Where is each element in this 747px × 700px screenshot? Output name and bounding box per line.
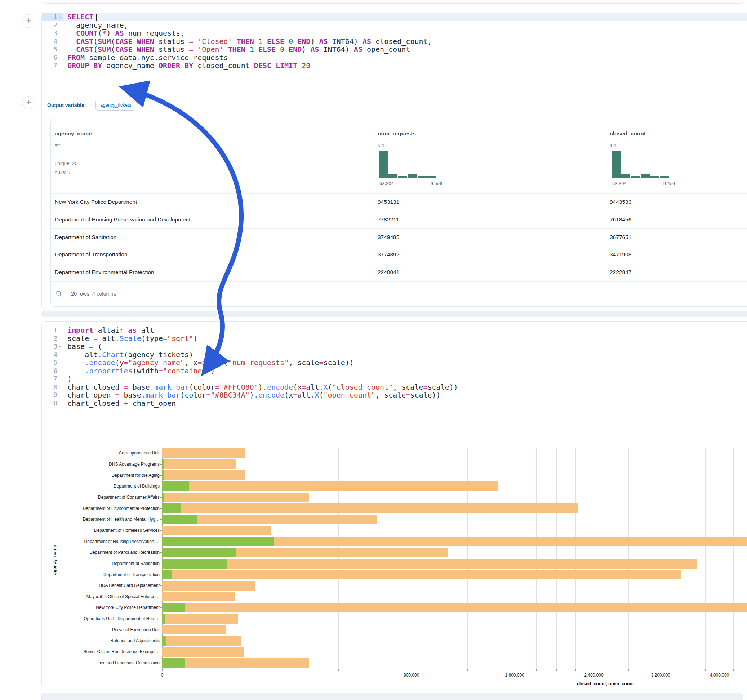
code-token: scale)) [410,391,440,399]
python-code-line: 2scale = alt.Scale(type="sqrt") [42,335,747,343]
line-number: 2 [42,21,57,30]
output-variable-input[interactable]: agency_tickets [95,100,135,110]
table-row-divider [51,264,747,264]
code-token: ) [210,367,215,375]
code-token: agency_name [102,61,159,70]
y-axis-label: Department of Sanitation [44,561,160,566]
code-token: ELSE [259,45,276,54]
gridline [467,448,468,669]
search-icon[interactable] [56,291,62,297]
line-number-gutter: 2 [42,21,63,30]
table-cell-closed_count: 3677651 [610,234,631,241]
python-code-line: 4 alt.Chart(agency_tickets) [42,351,747,359]
line-number-gutter: 6 [42,367,63,375]
table-row-divider [51,211,747,211]
line-number: 1 [42,13,57,21]
x-axis-label: 800,000 [404,673,419,678]
column-histogram [611,151,669,178]
table-cell-agency_name: New York City Police Department [55,199,137,205]
column-type: str [55,143,60,148]
code-token: CASE WHEN [115,45,154,54]
code-token: .X [215,358,224,367]
code-token: 1 [250,45,254,54]
code-token: , scale [393,383,423,391]
code-token [224,45,228,54]
gridline [594,448,594,669]
line-number-gutter: 4 [42,351,63,359]
histogram-bar [389,173,398,178]
code-token: , x [184,358,198,367]
add-cell-button[interactable]: + [22,96,35,109]
x-axis-tick [720,669,720,671]
code-token: .mark_bar [141,391,180,399]
code-token: alt [202,358,215,367]
code-token: FROM [67,53,85,62]
column-type: i64 [610,143,616,148]
code-token: ) [67,374,72,383]
bar-open [162,559,227,569]
x-axis-label: 0 [161,673,163,678]
code-text: CAST(SUM(CASE WHEN status = 'Open' THEN … [63,45,747,54]
x-axis-tick [338,669,339,671]
line-number-gutter: 9 [42,391,63,399]
code-text: .encode(y="agency_name", x=alt.X("num_re… [63,359,747,367]
code-token: "#FFC080" [219,383,258,391]
bar-open [162,514,197,524]
code-token: = [189,37,193,46]
line-number-gutter: 2 [42,335,63,343]
line-number-gutter: 3 [42,29,63,38]
histogram-bar [641,173,650,178]
y-axis-label: Department of Consumer Affairs [44,495,160,500]
code-text: scale = alt.Scale(type="sqrt") [63,335,747,343]
bar-closed [162,591,235,601]
python-code-line: 5 .encode(y="agency_name", x=alt.X("num_… [42,359,747,367]
code-token: SUM [98,45,110,54]
sql-code-editor[interactable]: 1›SELECT2 agency_name,3 COUNT(*) AS num_… [42,13,747,70]
code-token: "agency_name" [128,358,185,367]
y-axis-label: Department of Buildings [44,484,160,489]
table-cell-num_requests: 3749485 [378,234,399,241]
y-axis-label: Refunds and Adjustments [44,638,160,643]
cell-section-divider [42,92,747,93]
bar-open [162,470,164,480]
code-token: 0 [289,37,293,46]
bar-open [162,658,185,668]
code-token: num_requests, [124,29,185,38]
sql-code-line: 7GROUP BY agency_name ORDER BY closed_co… [42,62,747,70]
column-type: i64 [378,143,384,148]
code-token: THEN [228,45,245,54]
gridline [536,448,537,669]
table-cell-num_requests: 2240041 [378,269,399,276]
code-token: SELECT [67,13,93,21]
x-axis-tick [705,669,706,671]
bar-open [162,459,164,469]
code-token: ( [93,45,98,54]
code-token: END [289,45,302,54]
text-cursor [96,14,97,21]
line-number: 4 [42,38,57,46]
x-axis-tick [556,669,557,671]
y-axis-label: HRA Benefit Card Replacement [44,583,160,588]
bar-open [162,570,172,579]
sql-code-line: 5 CAST(SUM(CASE WHEN status = 'Open' THE… [42,45,747,54]
code-token: chart_closed [67,399,124,407]
table-cell-agency_name: Department of Sanitation [55,234,116,241]
collapse-chevron-icon[interactable]: › [56,14,65,20]
x-axis-tick [514,669,515,671]
code-token: closed_count, [371,37,432,46]
code-token: ) [310,37,319,46]
collapse-chevron-icon[interactable]: › [56,344,65,349]
sql-code-line: 3 COUNT(*) AS num_requests, [42,29,747,38]
add-cell-button[interactable]: + [22,14,35,28]
code-token: "closed_count" [332,383,393,391]
table-cell-agency_name: Department of Housing Preservation and D… [55,216,191,223]
python-code-editor[interactable]: 1import altair as alt2scale = alt.Scale(… [42,326,747,407]
code-token: base [67,342,89,351]
x-axis-tick [467,669,468,671]
code-token: COUNT [76,29,98,38]
bar-closed [162,448,245,458]
bar-open [162,481,189,491]
code-token: AS [115,29,124,38]
code-token: chart_open [128,399,176,407]
x-axis-tick [628,669,629,671]
